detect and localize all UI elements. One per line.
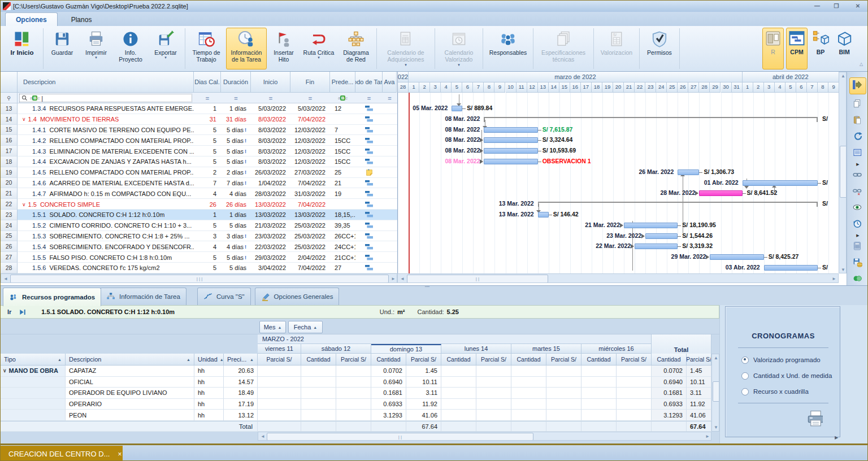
scroll-left-icon[interactable]: ◄ (400, 277, 405, 281)
gantt-bar[interactable] (624, 223, 678, 228)
task-row-number[interactable]: 16 (1, 135, 18, 146)
gantt-bar[interactable] (645, 233, 678, 239)
copy-button[interactable] (852, 98, 865, 111)
gantt-bar[interactable] (538, 212, 549, 218)
collapse-arrow-icon[interactable]: ∨ (22, 202, 26, 207)
expand-more-icon[interactable]: ▶ (856, 233, 859, 238)
ribbon-button-responsables[interactable]: Responsables (485, 28, 531, 69)
collapse-ribbon-icon[interactable]: △ (856, 27, 866, 70)
task-row[interactable]: ∨1.5CONCRETO SIMPLE2626 días13/03/20227/… (18, 199, 397, 210)
ribbon-button-diagrama-red[interactable]: Diagrama de Red (338, 28, 374, 69)
view-button-cpm[interactable]: CPM (786, 28, 808, 69)
dropdown-arrow-icon[interactable]: ▾ (318, 56, 320, 59)
ribbon-button-calendario-adquisiciones[interactable]: Calendario de Adquisiciones▾ (379, 28, 432, 69)
resource-cell-descripcion[interactable]: OFICIAL (66, 377, 194, 388)
radio-option-1[interactable]: Valorizado programado (741, 355, 837, 364)
task-row-number[interactable]: 28 (1, 263, 18, 273)
gantt-hscrollbar[interactable]: ◄►| | (397, 273, 839, 283)
restore-button[interactable]: ❐ (829, 2, 844, 10)
unlink-tasks-button[interactable]: × (852, 185, 865, 198)
go-to-task-button[interactable] (849, 77, 866, 94)
task-row-number[interactable]: 23 (1, 210, 18, 220)
task-row-number[interactable]: 24 (1, 220, 18, 231)
close-project-icon[interactable]: × (118, 450, 121, 458)
toggle-view-button[interactable] (852, 273, 865, 285)
gantt-bar[interactable] (484, 159, 537, 164)
radio-icon[interactable] (741, 388, 749, 395)
resource-day-header-4[interactable]: lunes 14 (441, 344, 511, 354)
scroll-thumb[interactable]: | | (267, 433, 533, 441)
resource-subheader-parcial[interactable]: Parcial S/ (406, 354, 441, 366)
gantt-summary-bar[interactable] (538, 202, 818, 203)
task-row-number[interactable]: 27 (1, 252, 18, 263)
go-to-task-icon[interactable] (19, 308, 27, 316)
filter-cell-fin[interactable]: = (290, 93, 330, 103)
resource-subheader-cantidad[interactable]: Cantidad (511, 354, 546, 366)
paste-button[interactable] (852, 114, 865, 127)
task-row[interactable]: 1.5.1SOLADO. CONCRETO C:H 1:12 h:0.10m11… (18, 210, 397, 220)
go-label[interactable]: Ir (7, 308, 11, 315)
gantt-bar[interactable] (484, 137, 537, 143)
task-row-number[interactable]: 22 (1, 199, 18, 210)
task-row-number[interactable]: 14 (1, 114, 18, 125)
scroll-left-icon[interactable]: ◄ (3, 277, 8, 281)
scroll-up-icon[interactable]: ▲ (841, 74, 845, 79)
gantt-bar[interactable] (699, 190, 742, 196)
resource-subheader-cantidad[interactable]: Cantidad (441, 354, 476, 366)
task-row[interactable]: 1.4.2RELLENO COMPACTADO CON MATERIAL PRO… (18, 135, 397, 146)
task-row[interactable]: 1.4.3ELIMINACION DE MATERIAL EXCEDENTE C… (18, 146, 397, 156)
filter-cell-duracion[interactable]: = (221, 93, 251, 103)
view-button-r[interactable]: R (762, 28, 784, 69)
resource-column-header-tipo[interactable]: Tipo▲ (1, 354, 66, 366)
resource-cell-descripcion[interactable]: PEON (66, 410, 194, 421)
gantt-vscrollbar[interactable]: ▲▼ (839, 72, 847, 273)
resource-day-header-3[interactable]: domingo 13 (371, 344, 441, 354)
task-grid-header-inicio[interactable]: Inicio (251, 72, 290, 93)
ribbon-button-informacion-tarea[interactable]: Información de la Tarea (226, 28, 267, 69)
radio-icon[interactable] (741, 372, 749, 380)
history-button[interactable] (852, 218, 865, 231)
ribbon-button-permisos[interactable]: Permisos (642, 28, 677, 69)
scroll-up-icon[interactable]: ▲ (714, 356, 718, 360)
collapse-arrow-icon[interactable]: ∨ (22, 116, 26, 122)
gantt-bar[interactable] (635, 243, 678, 249)
radio-option-3[interactable]: Recurso x cuadrilla (741, 387, 837, 396)
resource-total-subheader-cantidad[interactable]: Cantidad (652, 354, 687, 366)
task-grid-header-pred[interactable]: Prede... (330, 72, 355, 93)
task-row[interactable]: 1.3.4RECURSOS PARA RESPUESTAS ANTE EMERG… (18, 103, 397, 114)
dropdown-arrow-icon[interactable]: ▾ (164, 56, 167, 59)
task-row[interactable]: 1.4.7AFIRMADO h: 0.15 m COMPACTADO CON E… (18, 188, 397, 199)
close-button[interactable]: ✕ (850, 2, 865, 10)
resource-vscrollbar[interactable]: ▲▼ (711, 354, 719, 432)
task-grid-header-ava[interactable]: Ava (383, 72, 397, 93)
filter-cell-inicio[interactable]: = (251, 93, 290, 103)
gantt-bar[interactable] (743, 180, 818, 186)
bottom-tab-curva-s-[interactable]: Curva "S" (197, 288, 251, 305)
ribbon-button-calendario-valorizado[interactable]: Calendario Valorizado▾ (437, 28, 480, 69)
resource-column-header-precio[interactable]: Preci...▲ (224, 354, 258, 366)
task-grid-header-dias[interactable]: Dias Cal. (194, 72, 221, 93)
scroll-right-icon[interactable]: ► (391, 277, 396, 281)
gantt-bar[interactable] (678, 169, 699, 175)
filter-cell-modo[interactable]: = (355, 93, 383, 103)
dropdown-arrow-icon[interactable]: ▾ (458, 63, 460, 66)
ribbon-tab-planos[interactable]: Planos (61, 13, 102, 27)
resource-hscrollbar[interactable]: ◄►| | (258, 432, 711, 441)
task-row[interactable]: 1.5.3SOBRECIMIENTO. CONCRETO C:H 1:8 + 2… (18, 231, 397, 242)
scroll-right-icon[interactable]: ► (832, 277, 836, 281)
task-grid-header-duracion[interactable]: Duración (221, 72, 251, 93)
scroll-thumb[interactable] (713, 381, 719, 402)
open-project-tab[interactable]: CREACION DEL CENTRO D... × (1, 446, 123, 461)
resource-total-subheader-parcial[interactable]: Parcial S/ (687, 354, 711, 366)
filter-cell-dias[interactable]: = (194, 93, 221, 103)
task-row[interactable]: ∨1.4MOVIMIENTO DE TIERRAS3131 días8/03/2… (18, 114, 397, 125)
ribbon-button-exportar[interactable]: Exportar▾ (149, 28, 183, 69)
visibility-button[interactable] (852, 202, 865, 215)
task-row[interactable]: 1.5.2CIMIENTO CORRIDO. CONCRETO C:H 1:10… (18, 220, 397, 231)
link-tasks-button[interactable] (852, 169, 865, 182)
task-grid-header-modo[interactable]: Modo de Tarea (355, 72, 383, 93)
filter-cell-pred[interactable]: aBc (330, 93, 355, 103)
resource-day-header-1[interactable]: viernes 11 (258, 344, 301, 354)
scroll-right-icon[interactable]: ► (705, 434, 710, 439)
task-row[interactable]: 1.5.5FALSO PISO. CONCRETO C:H 1:8 h:0.10… (18, 252, 397, 263)
